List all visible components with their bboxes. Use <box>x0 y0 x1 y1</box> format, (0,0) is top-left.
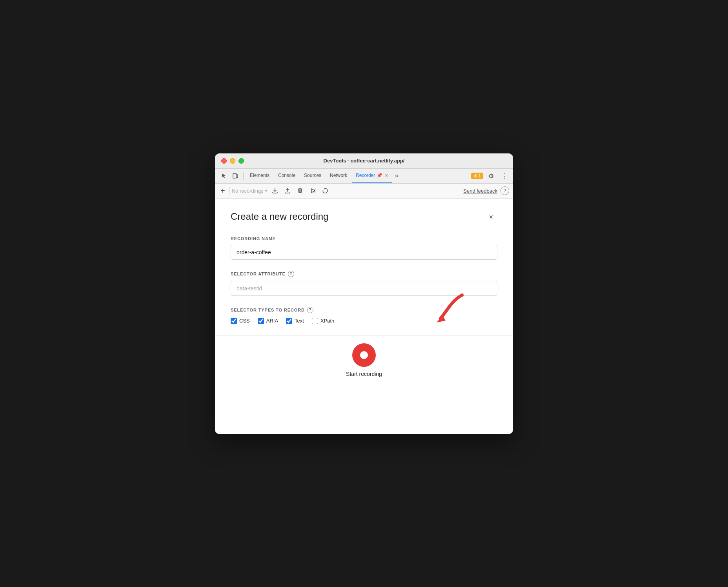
tab-divider-1 <box>243 172 244 180</box>
tab-recorder[interactable]: Recorder 📌 ✕ <box>352 168 392 183</box>
dialog-title: Create a new recording <box>231 211 328 222</box>
recording-name-label: RECORDING NAME <box>231 236 497 241</box>
selector-attribute-section: SELECTOR ATTRIBUTE ? <box>231 271 497 296</box>
play-button[interactable] <box>307 185 318 196</box>
xpath-checkbox[interactable] <box>312 318 318 324</box>
cursor-icon[interactable] <box>218 170 229 181</box>
close-dialog-button[interactable]: × <box>485 211 497 224</box>
replay-button[interactable] <box>320 185 331 196</box>
selector-attribute-help-icon[interactable]: ? <box>288 271 294 277</box>
more-tabs-button[interactable]: » <box>395 172 398 179</box>
start-recording-section: Start recording <box>215 335 513 385</box>
aria-checkbox[interactable] <box>258 318 264 324</box>
import-button[interactable] <box>282 185 293 196</box>
svg-rect-1 <box>236 175 238 178</box>
recording-actions <box>269 185 331 196</box>
badge-count: 1 <box>479 173 481 178</box>
dialog-header: Create a new recording × <box>231 211 497 224</box>
warning-badge[interactable]: ⚠ 1 <box>471 173 483 179</box>
title-bar: DevTools - coffee-cart.netlify.app/ <box>215 153 513 169</box>
svg-rect-0 <box>233 173 236 178</box>
devtools-right-controls: ⚠ 1 ⚙ ⋮ <box>471 170 510 181</box>
checkboxes-row: CSS ARIA Text XPath <box>231 318 497 324</box>
tab-network[interactable]: Network <box>326 168 351 183</box>
maximize-button[interactable] <box>238 158 244 164</box>
selector-attribute-label: SELECTOR ATTRIBUTE ? <box>231 271 497 277</box>
text-checkbox[interactable] <box>286 318 292 324</box>
device-icon[interactable] <box>230 170 241 181</box>
tab-sources[interactable]: Sources <box>300 168 325 183</box>
record-dot <box>360 351 368 359</box>
help-button[interactable]: ? <box>500 186 509 195</box>
close-recorder-tab-icon[interactable]: ✕ <box>385 173 388 178</box>
window-title: DevTools - coffee-cart.netlify.app/ <box>324 158 405 164</box>
main-content: Create a new recording × RECORDING NAME … <box>215 199 513 434</box>
chevron-down-icon: ▾ <box>265 189 267 193</box>
recorder-pin-icon: 📌 <box>377 173 382 178</box>
xpath-checkbox-label[interactable]: XPath <box>312 318 334 324</box>
css-checkbox[interactable] <box>231 318 237 324</box>
send-feedback-button[interactable]: Send feedback <box>463 188 497 194</box>
tab-console[interactable]: Console <box>274 168 299 183</box>
start-recording-label: Start recording <box>346 371 382 377</box>
aria-checkbox-label[interactable]: ARIA <box>258 318 278 324</box>
export-button[interactable] <box>269 185 280 196</box>
add-recording-button[interactable]: + <box>219 185 227 196</box>
selector-types-label: SELECTOR TYPES TO RECORD ? <box>231 307 497 313</box>
selector-types-section: SELECTOR TYPES TO RECORD ? CSS ARIA Text <box>231 307 497 324</box>
traffic-lights <box>221 158 244 164</box>
selector-attribute-input[interactable] <box>231 281 497 296</box>
settings-button[interactable]: ⚙ <box>486 170 497 181</box>
selector-types-help-icon[interactable]: ? <box>307 307 313 313</box>
close-button[interactable] <box>221 158 227 164</box>
recording-name-input[interactable] <box>231 245 497 260</box>
toolbar-divider <box>229 187 229 195</box>
recording-name-section: RECORDING NAME <box>231 236 497 260</box>
css-checkbox-label[interactable]: CSS <box>231 318 250 324</box>
recorder-right-controls: Send feedback ? <box>463 186 509 195</box>
recordings-dropdown[interactable]: No recordings ▾ <box>232 188 267 194</box>
no-recordings-text: No recordings <box>232 188 264 194</box>
devtools-tabs: Elements Console Sources Network Recorde… <box>215 169 513 184</box>
start-recording-button[interactable] <box>352 343 376 367</box>
minimize-button[interactable] <box>230 158 235 164</box>
warning-icon: ⚠ <box>473 173 477 179</box>
delete-button[interactable] <box>295 185 306 196</box>
tab-elements[interactable]: Elements <box>246 168 273 183</box>
text-checkbox-label[interactable]: Text <box>286 318 304 324</box>
devtools-window: DevTools - coffee-cart.netlify.app/ Elem… <box>215 153 513 434</box>
recorder-toolbar: + No recordings ▾ <box>215 184 513 199</box>
more-options-button[interactable]: ⋮ <box>499 170 510 181</box>
